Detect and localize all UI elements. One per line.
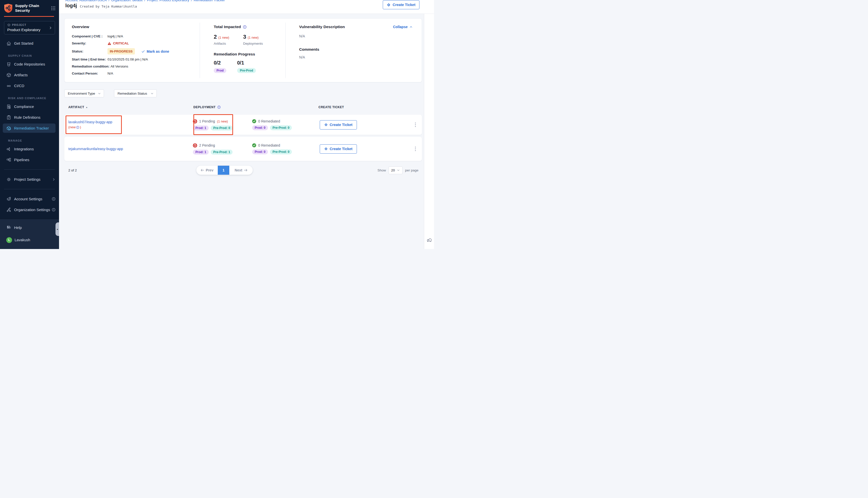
artifact-link[interactable]: tejakummarikuntla/easy-buggy-app	[68, 147, 123, 151]
collapse-triangle-icon: ◂	[57, 228, 58, 231]
table-header: ARTIFACT ▲ DEPLOYMENT CREATE TICKET	[64, 105, 422, 109]
sidebar-item-compliance[interactable]: Compliance	[0, 101, 59, 112]
breadcrumb-project[interactable]: Project: Product Exploratory	[147, 0, 189, 2]
app-logo-shield-icon	[4, 3, 13, 13]
sidebar-collapse-handle[interactable]: ◂	[55, 222, 59, 236]
collapse-link[interactable]: Collapse	[393, 25, 413, 29]
info-icon[interactable]	[52, 208, 55, 212]
page-header: Account: Automation-SSCA/Organization: d…	[59, 0, 434, 14]
preprod-count-badge: Pre-Prod: 1	[211, 149, 233, 155]
create-ticket-button-row[interactable]: Create Ticket	[320, 144, 357, 154]
mark-as-done-link[interactable]: Mark as done	[141, 50, 169, 53]
remediated-count: 0 Remediated	[258, 119, 280, 123]
sidebar-item-get-started[interactable]: Get Started	[0, 38, 59, 49]
column-artifact[interactable]: ARTIFACT	[68, 105, 84, 109]
sidebar-item-cicd[interactable]: CI/CD	[0, 80, 59, 91]
row-menu-button[interactable]	[412, 122, 418, 127]
per-page-label: per page	[405, 168, 418, 172]
row-menu-button[interactable]	[412, 147, 418, 151]
sidebar-item-label: Project Settings	[14, 177, 40, 182]
sidebar-nav: Get Started SUPPLY CHAIN Code Repositori…	[0, 38, 59, 165]
page-size-select[interactable]: 20	[389, 167, 403, 174]
results-count: 2 of 2	[68, 168, 77, 172]
info-icon[interactable]	[52, 197, 55, 201]
support-chat-icon[interactable]	[426, 237, 432, 243]
page-number-button[interactable]: 1	[218, 166, 229, 175]
deployments-new-count: (1 new)	[248, 36, 258, 39]
ticket-diamond-icon	[324, 123, 328, 127]
show-label: Show	[377, 168, 386, 172]
sidebar-footer: Help L Lavakush	[0, 219, 59, 249]
overview-card: Overview Component | CVE : log4j | N/A S…	[64, 18, 422, 82]
sidebar-item-project-settings[interactable]: Project Settings	[0, 174, 59, 185]
help-button[interactable]: Help	[0, 222, 59, 233]
sort-ascending-icon[interactable]: ▲	[86, 106, 88, 108]
pagination-bar: 2 of 2 Prev 1 Next Show	[64, 165, 422, 175]
sidebar-item-integrations[interactable]: Integrations	[0, 144, 59, 154]
create-ticket-button-top[interactable]: Create Ticket	[383, 0, 419, 9]
sidebar-item-organization-settings[interactable]: Organization Settings	[0, 204, 59, 215]
preprod-count-badge: Pre-Prod: 0	[270, 125, 292, 130]
vulnerability-description-value: N/A	[299, 34, 413, 38]
condition-value: All Versions	[111, 65, 128, 68]
sidebar-item-label: Get Started	[14, 41, 34, 45]
prod-progress-value: 0/2	[214, 60, 237, 66]
info-icon[interactable]	[217, 105, 221, 109]
time-label: Start time | End time:	[72, 57, 107, 61]
cube-icon	[6, 73, 11, 78]
project-selector[interactable]: PROJECT Product Exploratory	[4, 21, 55, 35]
gear-icon	[6, 177, 11, 182]
breadcrumb-separator: /	[144, 0, 145, 2]
vulnerability-description-title: Vulnerability Description	[299, 25, 345, 29]
sidebar-item-code-repositories[interactable]: Code Repositories	[0, 59, 59, 69]
breadcrumb-org[interactable]: Organization: default	[111, 0, 143, 2]
pending-icon	[193, 119, 197, 123]
environment-type-filter[interactable]: Environment Type	[64, 89, 104, 97]
table-row: lavakush07/easy-buggy-app (new )	[64, 115, 422, 135]
content-area: Overview Component | CVE : log4j | N/A S…	[59, 14, 424, 249]
sidebar-item-label: Remediation Tracker	[14, 126, 49, 130]
section-manage: MANAGE	[0, 133, 59, 144]
table-row: tejakummarikuntla/easy-buggy-app 2 Pendi…	[64, 137, 422, 161]
breadcrumb-account[interactable]: Account: Automation-SSCA	[65, 0, 107, 2]
breadcrumb-separator: /	[191, 0, 192, 2]
integrations-icon	[6, 147, 11, 152]
prod-count-badge: Prod: 0	[252, 149, 268, 154]
layers-gear-icon	[6, 197, 11, 201]
sidebar-item-artifacts[interactable]: Artifacts	[0, 69, 59, 80]
module-grid-icon[interactable]	[51, 6, 55, 11]
breadcrumb-page[interactable]: Remediation Tracker	[194, 0, 225, 2]
sidebar-item-remediation-tracker[interactable]: Remediation Tracker	[3, 123, 55, 133]
artifacts-count: 2	[214, 34, 217, 40]
create-ticket-button-row[interactable]: Create Ticket	[320, 120, 357, 130]
preprod-progress-value: 0/1	[237, 60, 256, 66]
next-page-button[interactable]: Next	[229, 166, 252, 175]
pagination-pill: Prev 1 Next	[196, 166, 252, 175]
sidebar-item-label: Code Repositories	[14, 62, 45, 66]
sidebar-item-pipelines[interactable]: Pipelines	[0, 154, 59, 165]
help-label: Help	[14, 225, 22, 230]
section-supply-chain: SUPPLY CHAIN	[0, 49, 59, 59]
sidebar-item-rule-definitions[interactable]: Rule Definitions	[0, 112, 59, 123]
preprod-count-badge: Pre-Prod: 0	[270, 149, 292, 154]
app-window: Supply Chain Security PROJECT Product	[0, 0, 434, 249]
prod-badge: Prod	[214, 68, 226, 73]
prev-page-button[interactable]: Prev	[196, 166, 218, 175]
info-icon[interactable]	[243, 25, 247, 29]
page-subtitle: Created by Teja Kummarikuntla	[80, 4, 137, 8]
time-value: 01/10/2025 01:08 pm | N/A	[107, 57, 148, 61]
user-menu[interactable]: L Lavakush	[0, 235, 59, 245]
remediation-status-filter[interactable]: Remediation Status	[114, 89, 157, 97]
artifact-link[interactable]: lavakush07/easy-buggy-app	[68, 120, 112, 124]
info-icon[interactable]	[76, 126, 79, 129]
warning-triangle-icon	[107, 42, 111, 45]
column-create-ticket: CREATE TICKET	[319, 105, 344, 109]
remediation-progress-title: Remediation Progress	[214, 52, 285, 56]
severity-value: CRITICAL	[113, 41, 129, 45]
sidebar-item-account-settings[interactable]: Account Settings	[0, 194, 59, 204]
app-title: Supply Chain Security	[15, 3, 43, 13]
section-risk-compliance: RISK AND COMPLIANCE	[0, 91, 59, 101]
sidebar-item-label: Organization Settings	[14, 208, 50, 212]
document-search-icon	[6, 104, 11, 109]
project-label: PROJECT	[12, 24, 26, 26]
